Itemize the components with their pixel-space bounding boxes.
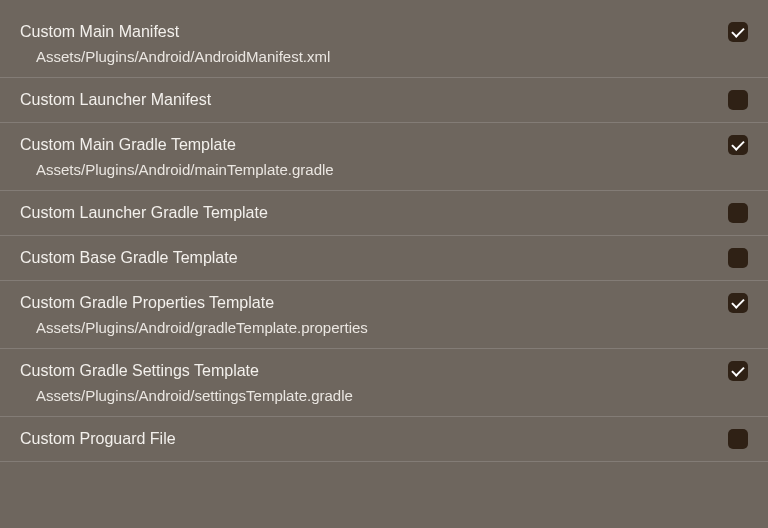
checkbox-custom-main-manifest[interactable] bbox=[728, 22, 748, 42]
setting-path: Assets/Plugins/Android/gradleTemplate.pr… bbox=[20, 319, 748, 336]
setting-row-custom-gradle-settings-template: Custom Gradle Settings TemplateAssets/Pl… bbox=[0, 349, 768, 417]
setting-row-custom-proguard-file: Custom Proguard File bbox=[0, 417, 768, 462]
setting-path: Assets/Plugins/Android/mainTemplate.grad… bbox=[20, 161, 748, 178]
setting-label: Custom Main Gradle Template bbox=[20, 136, 728, 154]
setting-row-custom-base-gradle-template: Custom Base Gradle Template bbox=[0, 236, 768, 281]
checkbox-custom-launcher-manifest[interactable] bbox=[728, 90, 748, 110]
android-build-settings-list: Custom Main ManifestAssets/Plugins/Andro… bbox=[0, 0, 768, 462]
checkbox-custom-launcher-gradle-template[interactable] bbox=[728, 203, 748, 223]
checkbox-custom-main-gradle-template[interactable] bbox=[728, 135, 748, 155]
setting-row-custom-main-gradle-template: Custom Main Gradle TemplateAssets/Plugin… bbox=[0, 123, 768, 191]
checkbox-custom-base-gradle-template[interactable] bbox=[728, 248, 748, 268]
checkbox-custom-gradle-settings-template[interactable] bbox=[728, 361, 748, 381]
setting-label: Custom Launcher Manifest bbox=[20, 91, 728, 109]
setting-row-custom-main-manifest: Custom Main ManifestAssets/Plugins/Andro… bbox=[0, 0, 768, 78]
setting-row-custom-launcher-gradle-template: Custom Launcher Gradle Template bbox=[0, 191, 768, 236]
setting-row-custom-launcher-manifest: Custom Launcher Manifest bbox=[0, 78, 768, 123]
setting-path: Assets/Plugins/Android/settingsTemplate.… bbox=[20, 387, 748, 404]
setting-label: Custom Gradle Properties Template bbox=[20, 294, 728, 312]
setting-label: Custom Proguard File bbox=[20, 430, 728, 448]
setting-label: Custom Base Gradle Template bbox=[20, 249, 728, 267]
checkbox-custom-gradle-properties-template[interactable] bbox=[728, 293, 748, 313]
setting-label: Custom Launcher Gradle Template bbox=[20, 204, 728, 222]
setting-label: Custom Gradle Settings Template bbox=[20, 362, 728, 380]
setting-row-custom-gradle-properties-template: Custom Gradle Properties TemplateAssets/… bbox=[0, 281, 768, 349]
checkbox-custom-proguard-file[interactable] bbox=[728, 429, 748, 449]
setting-path: Assets/Plugins/Android/AndroidManifest.x… bbox=[20, 48, 748, 65]
setting-label: Custom Main Manifest bbox=[20, 23, 728, 41]
